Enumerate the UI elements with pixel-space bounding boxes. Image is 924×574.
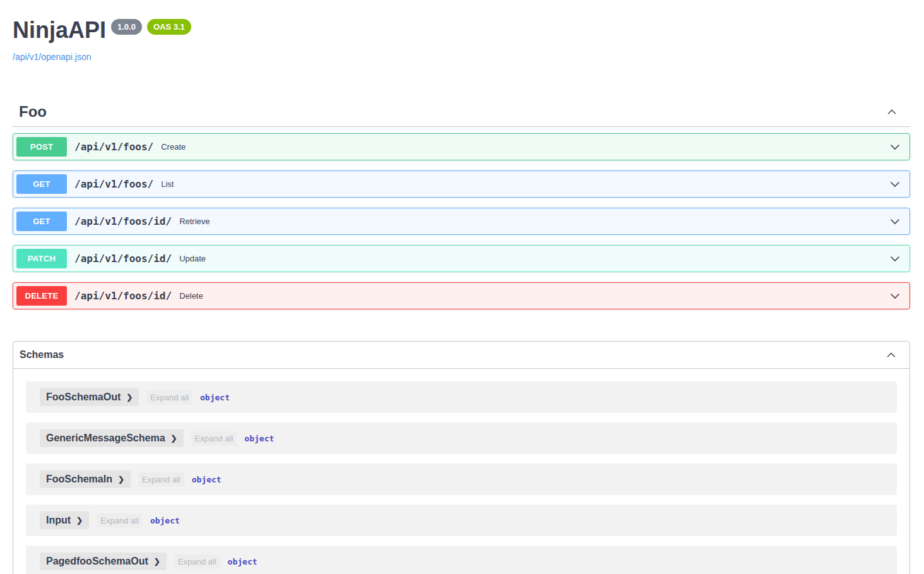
version-badge: 1.0.0	[111, 19, 142, 35]
method-badge-delete: DELETE	[16, 286, 67, 306]
expand-all-button[interactable]: Expand all	[146, 390, 192, 405]
api-info-header: NinjaAPI 1.0.0 OAS 3.1 /api/v1/openapi.j…	[13, 0, 910, 63]
page-title: NinjaAPI 1.0.0 OAS 3.1	[13, 18, 910, 43]
expand-all-button[interactable]: Expand all	[174, 554, 220, 569]
model-type: object	[192, 475, 222, 484]
chevron-down-icon[interactable]	[889, 215, 906, 228]
opblock-summary: GET /api/v1/foos/id/ Retrieve	[13, 208, 909, 234]
chevron-up-icon[interactable]	[886, 349, 897, 361]
method-badge-post: POST	[16, 137, 67, 157]
chevron-down-icon[interactable]	[889, 290, 906, 302]
model-type: object	[200, 393, 230, 402]
method-badge-get: GET	[16, 212, 67, 231]
operation-summary: Delete	[179, 291, 203, 301]
model-row: FooSchemaOut ❯ Expand all object	[26, 381, 897, 413]
opblock-summary: PATCH /api/v1/foos/id/ Update	[13, 246, 909, 272]
model-row: GenericMessageSchema ❯ Expand all object	[26, 422, 897, 454]
opblock-delete-delete[interactable]: DELETE /api/v1/foos/id/ Delete	[13, 282, 910, 309]
operation-path: /api/v1/foos/id/	[74, 215, 172, 227]
schemas-body: FooSchemaOut ❯ Expand all object Generic…	[13, 369, 909, 574]
model-toggle-button[interactable]: GenericMessageSchema ❯	[40, 429, 184, 447]
model-row: Input ❯ Expand all object	[26, 505, 897, 536]
model-name: Input	[46, 515, 71, 526]
operation-summary: Retrieve	[179, 217, 210, 226]
model-type: object	[228, 557, 258, 566]
chevron-down-icon[interactable]	[889, 178, 906, 191]
model-type: object	[244, 434, 274, 443]
chevron-right-icon: ❯	[171, 434, 177, 442]
model-toggle-button[interactable]: FooSchemaOut ❯	[40, 388, 139, 406]
chevron-right-icon: ❯	[118, 475, 124, 483]
operation-path: /api/v1/foos/id/	[74, 253, 172, 265]
opblock-summary: POST /api/v1/foos/ Create	[13, 134, 909, 160]
opblock-summary: GET /api/v1/foos/ List	[13, 171, 909, 197]
operation-path: /api/v1/foos/	[74, 178, 153, 190]
operation-path: /api/v1/foos/	[74, 141, 153, 153]
openapi-spec-link[interactable]: /api/v1/openapi.json	[13, 52, 92, 62]
operation-summary: Update	[179, 254, 206, 263]
model-name: GenericMessageSchema	[46, 433, 165, 444]
opblock-summary: DELETE /api/v1/foos/id/ Delete	[13, 283, 909, 309]
chevron-right-icon: ❯	[126, 393, 133, 401]
tag-header-foo[interactable]: Foo	[13, 99, 910, 127]
operation-summary: List	[161, 179, 174, 189]
model-toggle-button[interactable]: FooSchemaIn ❯	[40, 470, 131, 488]
model-name: FooSchemaOut	[46, 392, 121, 403]
method-badge-patch: PATCH	[16, 249, 67, 268]
api-title: NinjaAPI	[13, 18, 106, 43]
opblock-post-create[interactable]: POST /api/v1/foos/ Create	[13, 133, 910, 160]
expand-all-button[interactable]: Expand all	[191, 431, 237, 446]
chevron-up-icon[interactable]	[886, 106, 897, 117]
model-name: PagedfooSchemaOut	[46, 556, 148, 567]
tag-title: Foo	[19, 103, 47, 121]
method-badge-get: GET	[16, 174, 67, 194]
oas-badge: OAS 3.1	[147, 19, 191, 35]
expand-all-button[interactable]: Expand all	[97, 513, 143, 528]
opblock-patch-update[interactable]: PATCH /api/v1/foos/id/ Update	[13, 245, 910, 272]
tag-section-foo: Foo POST /api/v1/foos/ Create GET /api/v…	[13, 99, 910, 309]
model-toggle-button[interactable]: Input ❯	[40, 511, 89, 529]
operation-path: /api/v1/foos/id/	[74, 290, 172, 302]
schemas-header[interactable]: Schemas	[13, 342, 909, 369]
chevron-down-icon[interactable]	[889, 141, 906, 153]
model-row: PagedfooSchemaOut ❯ Expand all object	[26, 546, 897, 574]
operation-summary: Create	[161, 142, 186, 152]
schemas-title: Schemas	[20, 349, 64, 361]
chevron-right-icon: ❯	[76, 517, 83, 524]
expand-all-button[interactable]: Expand all	[138, 472, 184, 487]
model-row: FooSchemaIn ❯ Expand all object	[26, 463, 897, 495]
schemas-section: Schemas FooSchemaOut ❯ Expand all object…	[13, 341, 910, 574]
model-type: object	[150, 516, 180, 525]
swagger-ui-page: NinjaAPI 1.0.0 OAS 3.1 /api/v1/openapi.j…	[0, 0, 924, 574]
chevron-down-icon[interactable]	[889, 253, 906, 265]
model-name: FooSchemaIn	[46, 474, 112, 485]
opblock-get-retrieve[interactable]: GET /api/v1/foos/id/ Retrieve	[13, 208, 910, 235]
model-toggle-button[interactable]: PagedfooSchemaOut ❯	[40, 553, 167, 570]
opblock-get-list[interactable]: GET /api/v1/foos/ List	[13, 170, 910, 198]
chevron-right-icon: ❯	[154, 558, 160, 565]
